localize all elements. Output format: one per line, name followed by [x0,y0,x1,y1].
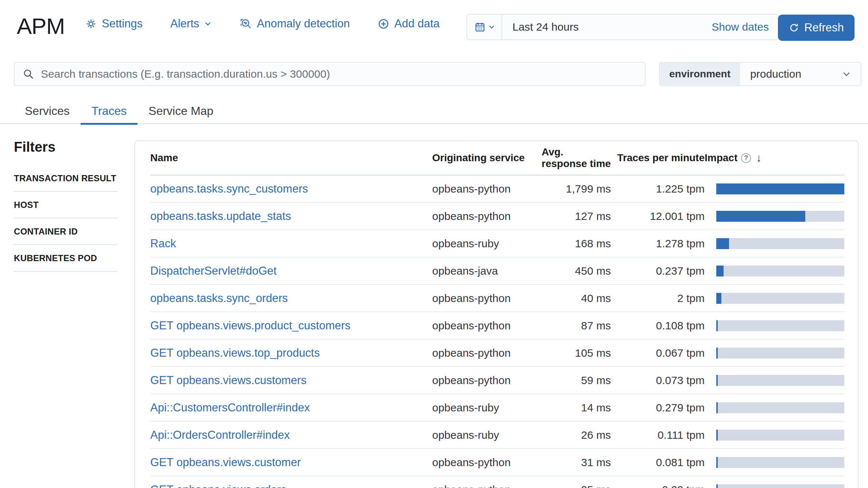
avg-response-time-cell: 40 ms [542,292,611,305]
transaction-link[interactable]: DispatcherServlet#doGet [150,264,276,277]
transaction-link[interactable]: opbeans.tasks.update_stats [150,210,291,222]
transaction-link[interactable]: GET opbeans.views.customer [150,456,301,469]
traces-per-minute-cell: 0.067 tpm [611,347,705,359]
table-row: Api::CustomersController#index opbeans-r… [150,394,844,422]
refresh-button[interactable]: Refresh [778,15,855,41]
apm-app: APM Settings Alerts Anomaly detection [0,0,868,488]
avg-response-time-cell: 450 ms [542,265,611,277]
impact-bar [716,211,844,222]
traces-per-minute-cell: 12.001 tpm [611,210,705,222]
impact-bar [716,430,844,441]
refresh-icon [788,22,799,33]
impact-bar [716,348,844,359]
impact-bar-fill [716,457,718,468]
tab[interactable]: Traces [81,98,138,124]
traces-table: Name Originating service Avg. response t… [135,141,858,488]
avg-response-time-cell: 168 ms [542,237,611,250]
avg-response-time-cell: 87 ms [542,319,611,332]
avg-response-time-cell: 1,799 ms [542,183,611,195]
avg-response-time-cell: 26 ms [542,429,611,441]
time-range-label[interactable]: Last 24 hours [512,21,712,33]
column-header-label: Avg. response time [542,146,611,170]
filter-section-header[interactable]: HOST [14,192,118,218]
column-header[interactable]: Impact ? ↓ [705,152,844,164]
transaction-link[interactable]: opbeans.tasks.sync_orders [150,292,288,305]
nav-item[interactable]: Alerts [170,17,212,30]
refresh-label: Refresh [804,21,844,34]
transaction-link[interactable]: GET opbeans.views.top_products [150,346,320,359]
search-icon [23,68,34,80]
quick-select-button[interactable] [467,15,502,39]
calendar-icon [474,21,486,33]
impact-bar [716,320,844,331]
tab[interactable]: Services [14,98,81,124]
avg-response-time-cell: 31 ms [542,456,611,469]
transaction-link[interactable]: GET opbeans.views.product_customers [150,319,350,332]
environment-prefix-label: environment [660,63,740,85]
originating-service-cell: opbeans-ruby [432,237,542,250]
originating-service-cell: opbeans-ruby [432,402,542,414]
impact-bar-fill [716,238,729,249]
originating-service-cell: opbeans-python [432,183,542,195]
table-row: GET opbeans.views.customer opbeans-pytho… [150,449,844,476]
page-title: APM [17,13,65,39]
tab-bar: Services Traces Service Map [0,98,868,124]
column-header[interactable]: Avg. response time [542,146,611,170]
originating-service-cell: opbeans-python [432,210,542,222]
environment-select[interactable]: environment production [659,62,861,86]
traces-per-minute-cell: 0.073 tpm [611,374,705,387]
transaction-link[interactable]: Api::OrdersController#index [150,429,290,441]
traces-per-minute-cell: 0.279 tpm [611,402,705,414]
table-row: GET opbeans.views.top_products opbeans-p… [150,340,844,367]
question-circle-icon[interactable]: ? [741,153,751,163]
filter-section-header[interactable]: CONTAINER ID [14,218,118,245]
traces-per-minute-cell: 1.278 tpm [611,237,705,250]
table-row: Api::OrdersController#index opbeans-ruby… [150,422,844,449]
nav-item[interactable]: Settings [85,17,143,30]
nav-item[interactable]: Add data [377,17,439,30]
date-picker: Last 24 hours Show dates [466,14,779,40]
traces-per-minute-cell: 0.111 tpm [611,429,705,441]
column-header[interactable]: Traces per minute [611,152,705,164]
transaction-link[interactable]: Rack [150,237,176,250]
filter-section-label: TRANSACTION RESULT [14,173,116,183]
chevron-down-icon [842,69,851,79]
transaction-link[interactable]: Api::CustomersController#index [150,401,310,414]
column-header-label: Name [150,152,178,164]
impact-bar-fill [716,430,718,441]
plus-circle-icon [377,18,390,30]
table-row: opbeans.tasks.sync_orders opbeans-python… [150,285,844,312]
originating-service-cell: opbeans-python [432,319,542,332]
traces-per-minute-cell: 0.108 tpm [611,319,705,332]
transaction-link[interactable]: GET opbeans.views.customers [150,374,306,387]
tab[interactable]: Service Map [137,98,224,124]
transaction-link[interactable]: opbeans.tasks.sync_customers [150,182,308,195]
filter-section-label: CONTAINER ID [14,226,78,237]
filter-section-header[interactable]: TRANSACTION RESULT [14,165,118,192]
main-nav: Settings Alerts Anomaly detection Add da… [85,0,439,47]
nav-item-label: Add data [394,17,439,30]
impact-bar-fill [716,183,844,194]
search-bar [14,62,646,86]
traces-per-minute-cell: 0.09 tpm [611,484,705,488]
tab-label: Service Map [148,104,213,118]
column-header[interactable]: Name [150,152,432,164]
column-header-label: Originating service [432,152,525,164]
show-dates-link[interactable]: Show dates [712,21,769,33]
table-row: DispatcherServlet#doGet opbeans-java 450… [150,257,844,285]
impact-bar [716,402,844,413]
filter-section-header[interactable]: KUBERNETES POD [14,245,118,272]
transaction-link[interactable]: GET opbeans.views.orders [150,483,286,488]
column-header-label: Impact [705,152,737,164]
avg-response-time-cell: 127 ms [542,210,611,222]
filters-sidebar: Filters TRANSACTION RESULT HOST CONTAINE… [14,139,118,272]
avg-response-time-cell: 59 ms [542,374,611,387]
traces-per-minute-cell: 2 tpm [611,292,705,305]
search-input[interactable] [40,67,645,81]
originating-service-cell: opbeans-java [432,265,542,277]
column-header[interactable]: Originating service [432,152,542,164]
traces-per-minute-cell: 0.081 tpm [611,456,705,469]
table-row: opbeans.tasks.update_stats opbeans-pytho… [150,203,844,230]
nav-item-label: Settings [102,17,143,30]
nav-item[interactable]: Anomaly detection [240,17,350,30]
